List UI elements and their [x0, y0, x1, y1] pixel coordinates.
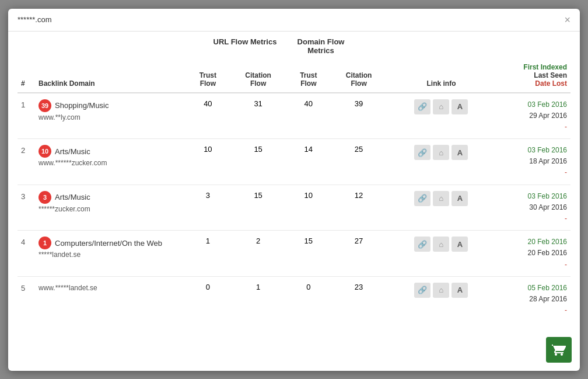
last-seen-date: 28 Apr 2016	[529, 295, 567, 303]
url-trust-flow: 40	[187, 93, 229, 139]
last-seen-date: 20 Feb 2016	[528, 249, 567, 257]
date-lost: -	[565, 214, 567, 222]
domain-badge: 3	[38, 191, 51, 204]
url-trust-flow: 1	[187, 231, 229, 277]
col-header-dates: First Indexed Last Seen Date Lost	[495, 58, 570, 93]
first-indexed-date: 05 Feb 2016	[528, 284, 567, 292]
last-seen-date: 30 Apr 2016	[529, 203, 567, 211]
table-row: 210Arts/Musicwww.******zucker.com1015142…	[18, 139, 570, 185]
domain-badge: 39	[38, 99, 51, 112]
domain-citation-flow: 23	[330, 276, 388, 322]
domain-badge: 10	[38, 145, 51, 158]
row-domain: www.*****landet.se	[35, 276, 187, 322]
col-header-domain-trust: TrustFlow	[287, 58, 330, 93]
col-header-domain: Backlink Domain	[35, 58, 187, 93]
chain-link-button[interactable]: 🔗	[414, 237, 430, 252]
link-info-cell: 🔗 ⌂ A	[388, 185, 495, 231]
date-cell: 03 Feb 2016 29 Apr 2016 -	[495, 93, 570, 139]
row-domain: 10Arts/Musicwww.******zucker.com	[35, 139, 187, 185]
domain-category-text: Arts/Music	[55, 193, 90, 201]
col-header-domain-citation: CitationFlow	[330, 58, 388, 93]
url-trust-flow: 3	[187, 185, 229, 231]
date-cell: 05 Feb 2016 28 Apr 2016 -	[495, 276, 570, 322]
domain-url-text: www.*****landet.se	[38, 284, 183, 292]
last-seen-date: 18 Apr 2016	[529, 157, 567, 165]
domain-citation-flow: 12	[330, 185, 388, 231]
url-citation-flow: 15	[229, 185, 288, 231]
grid-button[interactable]: ⌂	[433, 99, 449, 114]
modal-title: ******.com	[18, 15, 52, 24]
domain-citation-flow: 39	[330, 93, 388, 139]
url-citation-flow: 15	[229, 139, 288, 185]
first-indexed-date: 03 Feb 2016	[528, 146, 567, 154]
last-seen-date: 29 Apr 2016	[529, 112, 567, 120]
group-header-url: URL Flow Metrics	[210, 37, 280, 55]
date-lost: -	[565, 260, 567, 269]
modal-container: ******.com × URL Flow Metrics Domain Flo…	[8, 9, 580, 371]
first-indexed-date: 03 Feb 2016	[528, 100, 567, 109]
chain-link-button[interactable]: 🔗	[414, 145, 430, 160]
col-header-hash: #	[18, 58, 35, 93]
col-header-link-info: Link info	[388, 58, 495, 93]
row-num: 5	[18, 276, 35, 322]
link-info-cell: 🔗 ⌂ A	[388, 231, 495, 277]
cart-button[interactable]	[546, 337, 572, 363]
domain-trust-flow: 0	[287, 276, 330, 322]
table-row: 5www.*****landet.se01023 🔗 ⌂ A 05 Feb 20…	[18, 276, 570, 322]
chain-link-button[interactable]: 🔗	[414, 191, 430, 206]
row-num: 4	[18, 231, 35, 277]
url-citation-flow: 31	[229, 93, 288, 139]
text-button[interactable]: A	[452, 191, 468, 206]
date-cell: 03 Feb 2016 30 Apr 2016 -	[495, 185, 570, 231]
domain-url-text: www.******zucker.com	[38, 159, 183, 167]
url-citation-flow: 2	[229, 231, 288, 277]
grid-button[interactable]: ⌂	[433, 191, 449, 206]
domain-trust-flow: 15	[287, 231, 330, 277]
domain-trust-flow: 10	[287, 185, 330, 231]
table-row: 33Arts/Music******zucker.com3151012 🔗 ⌂ …	[18, 185, 570, 231]
link-info-cell: 🔗 ⌂ A	[388, 139, 495, 185]
modal-header: ******.com ×	[8, 9, 580, 32]
text-button[interactable]: A	[452, 145, 468, 160]
date-lost: -	[565, 123, 567, 131]
domain-url-text: www.**ly.com	[38, 113, 183, 121]
row-domain: 3Arts/Music******zucker.com	[35, 185, 187, 231]
domain-url-text: *****landet.se	[38, 251, 183, 259]
domain-category-text: Shopping/Music	[55, 101, 109, 110]
first-indexed-date: 03 Feb 2016	[528, 192, 567, 200]
grid-button[interactable]: ⌂	[433, 283, 449, 298]
domain-citation-flow: 27	[330, 231, 388, 277]
grid-button[interactable]: ⌂	[433, 145, 449, 160]
chain-link-button[interactable]: 🔗	[414, 99, 430, 114]
grid-button[interactable]: ⌂	[433, 237, 449, 252]
row-domain: 1Computers/Internet/On the Web*****lande…	[35, 231, 187, 277]
row-domain: 39Shopping/Musicwww.**ly.com	[35, 93, 187, 139]
group-header-domain: Domain Flow Metrics	[286, 37, 356, 55]
domain-category-text: Arts/Music	[55, 147, 90, 156]
url-trust-flow: 0	[187, 276, 229, 322]
row-num: 2	[18, 139, 35, 185]
col-header-url-citation: CitationFlow	[229, 58, 288, 93]
domain-category-text: Computers/Internet/On the Web	[55, 239, 162, 248]
text-button[interactable]: A	[452, 283, 468, 298]
domain-citation-flow: 25	[330, 139, 388, 185]
url-citation-flow: 1	[229, 276, 288, 322]
col-header-url-trust: TrustFlow	[187, 58, 229, 93]
date-lost: -	[565, 168, 567, 176]
close-button[interactable]: ×	[564, 15, 570, 25]
table-container: URL Flow Metrics Domain Flow Metrics # B…	[8, 32, 580, 322]
domain-badge: 1	[38, 237, 51, 249]
link-info-cell: 🔗 ⌂ A	[388, 93, 495, 139]
text-button[interactable]: A	[452, 237, 468, 252]
first-indexed-date: 20 Feb 2016	[528, 238, 567, 246]
row-num: 3	[18, 185, 35, 231]
date-cell: 20 Feb 2016 20 Feb 2016 -	[495, 231, 570, 277]
url-trust-flow: 10	[187, 139, 229, 185]
domain-trust-flow: 40	[287, 93, 330, 139]
table-row: 41Computers/Internet/On the Web*****land…	[18, 231, 570, 277]
text-button[interactable]: A	[452, 99, 468, 114]
cart-icon	[552, 343, 566, 357]
row-num: 1	[18, 93, 35, 139]
date-cell: 03 Feb 2016 18 Apr 2016 -	[495, 139, 570, 185]
chain-link-button[interactable]: 🔗	[414, 283, 430, 298]
